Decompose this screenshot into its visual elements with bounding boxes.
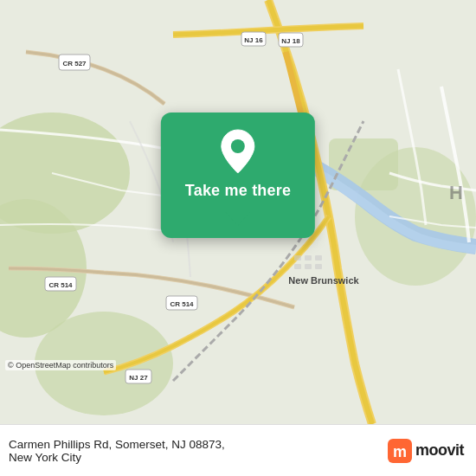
svg-point-28 [231,139,245,153]
openstreetmap-credit: © OpenStreetMap contributors [5,360,116,370]
svg-rect-25 [305,264,312,269]
svg-text:NJ 18: NJ 18 [281,37,300,45]
svg-text:NJ 16: NJ 16 [244,36,263,44]
svg-rect-24 [294,264,301,269]
address-line: Carmen Phillips Rd, Somerset, NJ 08873, [9,438,225,451]
bottom-bar: Carmen Phillips Rd, Somerset, NJ 08873, … [0,424,476,476]
svg-text:CR 514: CR 514 [48,281,73,289]
city-line: New York City [9,451,225,464]
svg-text:CR 527: CR 527 [62,60,87,68]
address-block: Carmen Phillips Rd, Somerset, NJ 08873, … [9,438,225,464]
svg-text:H: H [449,182,463,203]
moovit-brand-text: moovit [415,441,464,460]
svg-rect-22 [294,255,301,261]
svg-rect-26 [315,255,322,261]
svg-text:New Brunswick: New Brunswick [288,275,359,286]
svg-text:NJ 27: NJ 27 [129,374,148,382]
svg-text:m: m [393,443,407,460]
svg-text:CR 514: CR 514 [170,300,194,308]
location-pin-icon [217,128,259,175]
map-container: CR 527 NJ 18 NJ 18 NJ 16 CR 514 CR 514 N… [0,0,476,424]
moovit-brand-icon: m [388,439,412,463]
button-overlay: Take me there [161,113,315,238]
svg-rect-23 [305,255,312,261]
svg-rect-27 [315,264,322,269]
moovit-logo[interactable]: m moovit [388,439,464,463]
green-card[interactable]: Take me there [161,113,315,238]
take-me-there-button[interactable]: Take me there [185,182,291,200]
